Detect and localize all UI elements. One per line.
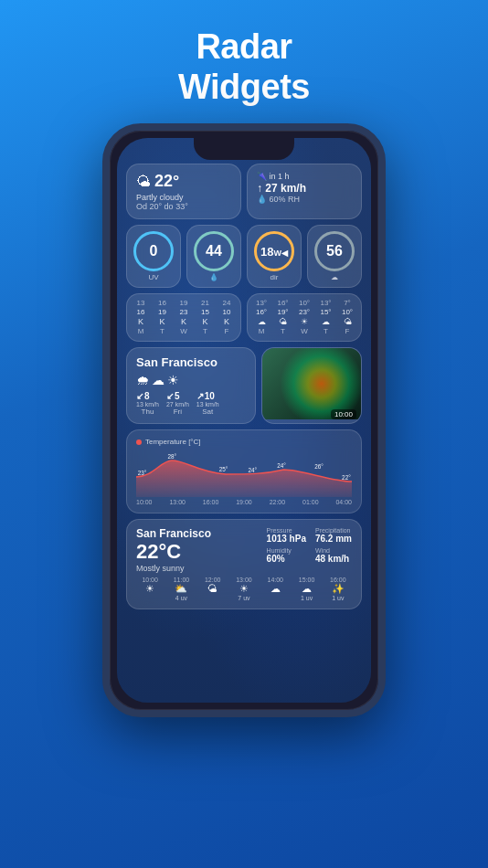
uv-label: UV [148, 273, 158, 281]
chart-times: 10:00 13:00 16:00 19:00 22:00 01:00 04:0… [136, 499, 352, 505]
forecast-left: 13 16 19 21 24 16 19 23 15 10 [126, 293, 241, 342]
hour-1400: 14:00 ☁ [261, 577, 289, 601]
drops-widget: 44 💧 [186, 225, 241, 288]
temp-range: Od 20° do 33° [136, 202, 231, 211]
precip-val: 76.2 mm [315, 534, 352, 544]
wind-val: ↑ 27 km/h [257, 182, 352, 195]
pressure-val: 1013 hPa [267, 534, 306, 544]
chart-dot [136, 439, 142, 445]
sf-day-fri: ↙5 27 km/h Fri [166, 391, 189, 416]
svg-text:28°: 28° [167, 453, 176, 460]
time-0100: 01:00 [302, 499, 319, 505]
phone-mockup: 🌤 22° Partly cloudy Od 20° do 33° 🌂 in 1… [102, 123, 386, 717]
sf-fri-km: 27 km/h [166, 401, 189, 408]
wind-val2: 48 km/h [315, 554, 352, 564]
cloud-ring: 56 [314, 231, 355, 271]
sf-icon-rain: 🌧 [136, 373, 149, 387]
radar-time: 10:00 [331, 409, 356, 419]
sf-day-thu: ↙8 13 km/h Thu [136, 391, 159, 416]
time-2200: 22:00 [270, 499, 286, 505]
sf-fri-name: Fri [166, 408, 189, 416]
sf-thu-wind: ↙8 [136, 391, 159, 401]
radar-widget: 10:00 [261, 347, 362, 424]
row-3: 13 16 19 21 24 16 19 23 15 10 [126, 293, 362, 342]
bw-top: San Francisco 22°C Mostly sunny Pressure… [136, 527, 352, 573]
weather-desc: Partly cloudy [136, 193, 231, 202]
sf-sat-km: 13 km/h [196, 401, 219, 408]
phone-notch [194, 138, 294, 160]
temp-display: 22° [154, 172, 179, 191]
hour-1300: 13:00 ☀ 7 uv [230, 577, 258, 601]
row-1: 🌤 22° Partly cloudy Od 20° do 33° 🌂 in 1… [126, 164, 362, 219]
svg-text:25°: 25° [219, 466, 228, 472]
wind-dir-widget: 18W◀ dir [247, 225, 302, 288]
bw-timeline: 10:00 ☀ 11:00 ⛅ 4 uv 12:00 🌤 [136, 577, 352, 601]
svg-text:22°: 22° [342, 474, 351, 481]
time-1600: 16:00 [203, 499, 219, 505]
humidity-val: 60% [267, 554, 306, 564]
svg-text:24°: 24° [249, 467, 258, 473]
hour-1600: 16:00 ✨ 1 uv [324, 577, 352, 601]
humidity-val: 💧 60% RH [257, 195, 352, 204]
sf-sat-wind: ↗10 [196, 391, 219, 401]
bw-temp: 22°C [136, 540, 260, 564]
hour-1100: 11:00 ⛅ 4 uv [167, 577, 195, 601]
wind-label: Wind [315, 547, 352, 554]
hour-1500: 15:00 ☁ 1 uv [292, 577, 320, 601]
chart-area: 23° 28° 25° 24° 24° 26° 22° [136, 450, 352, 497]
humidity-label: Humidity [267, 547, 306, 554]
sf-fri-wind: ↙5 [166, 391, 189, 401]
row-4: San Francisco 🌧 ☁ ☀ ↙8 13 km/h Thu [126, 347, 362, 424]
bw-pressure: Pressure 1013 hPa [267, 527, 306, 544]
sf-icon-sun: ☀ [167, 373, 179, 387]
partly-cloudy-icon: 🌤 [136, 174, 151, 190]
time-1900: 19:00 [236, 499, 252, 505]
cloud-value: 56 [326, 243, 343, 259]
sf-widget: San Francisco 🌧 ☁ ☀ ↙8 13 km/h Thu [126, 347, 256, 424]
chart-title: Temperature [°C] [136, 438, 352, 446]
wind-dir-value: 18W◀ [260, 245, 288, 259]
drops-value: 44 [206, 243, 222, 259]
bottom-widget: San Francisco 22°C Mostly sunny Pressure… [126, 519, 362, 609]
chart-svg: 23° 28° 25° 24° 24° 26° 22° [136, 450, 352, 497]
hour-1000: 10:00 ☀ [136, 577, 164, 601]
drops-ring: 44 [194, 231, 234, 271]
hour-1200: 12:00 🌤 [199, 577, 227, 601]
time-1000: 10:00 [136, 499, 153, 505]
pressure-label: Pressure [267, 527, 306, 534]
bw-wind: Wind 48 km/h [315, 547, 352, 564]
partly-cloudy-widget: 🌤 22° Partly cloudy Od 20° do 33° [126, 164, 241, 219]
svg-text:23°: 23° [138, 470, 147, 476]
drops-label: 💧 [209, 273, 218, 281]
forecast-right: 13° 16° 10° 13° 7° 16° 19° 23° 15° 10° [247, 293, 362, 342]
uv-widget: 0 UV [126, 225, 181, 288]
svg-text:24°: 24° [277, 462, 286, 469]
uv-value: 0 [150, 243, 158, 259]
bw-desc: Mostly sunny [136, 564, 260, 573]
sf-city: San Francisco [136, 355, 246, 369]
rain-label: 🌂 in 1 h [257, 172, 352, 181]
bw-left: San Francisco 22°C Mostly sunny [136, 527, 260, 573]
sf-sat-name: Sat [196, 408, 219, 416]
sf-thu-km: 13 km/h [136, 401, 159, 408]
bw-humidity: Humidity 60% [267, 547, 306, 564]
precip-label: Precipitation [315, 527, 352, 534]
page-title: Radar Widgets [178, 27, 310, 107]
sf-day-sat: ↗10 13 km/h Sat [196, 391, 219, 416]
time-1300: 13:00 [169, 499, 186, 505]
sf-days: ↙8 13 km/h Thu ↙5 27 km/h Fri ↗10 [136, 391, 246, 416]
chart-widget: Temperature [°C] [126, 429, 362, 513]
bw-precip: Precipitation 76.2 mm [315, 527, 352, 544]
uv-ring: 0 [133, 231, 174, 271]
svg-text:26°: 26° [314, 463, 324, 470]
sf-icon-cloud: ☁ [152, 373, 164, 387]
row-2: 0 UV 44 💧 18W◀ dir [126, 225, 362, 288]
wind-ring: 18W◀ [254, 231, 294, 271]
bw-city: San Francisco [136, 527, 260, 540]
rain-widget: 🌂 in 1 h ↑ 27 km/h 💧 60% RH [247, 164, 362, 219]
time-0400: 04:00 [335, 499, 352, 505]
sf-thu-name: Thu [136, 408, 159, 416]
bw-stats: Pressure 1013 hPa Humidity 60% [267, 527, 352, 573]
cloud-label: ☁ [331, 273, 338, 281]
sf-weather-icons: 🌧 ☁ ☀ [136, 373, 246, 387]
